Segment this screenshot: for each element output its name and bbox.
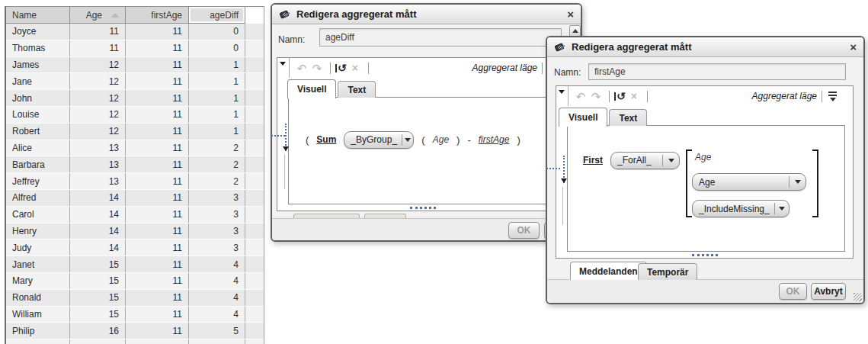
- table-cell: 11: [126, 57, 189, 73]
- reset-icon[interactable]: ↺: [614, 91, 626, 101]
- table-cell: 1: [189, 57, 245, 73]
- table-cell: 14: [70, 223, 126, 240]
- table-cell-blank: [245, 273, 264, 289]
- first-function-link[interactable]: First: [583, 155, 603, 166]
- sum-function-link[interactable]: Sum: [316, 134, 336, 145]
- tab-visual[interactable]: Visuell: [287, 79, 336, 98]
- formula-canvas[interactable]: First _ForAll_ Age Age _IncludeMissing_: [567, 125, 845, 252]
- table-cell: 4: [189, 307, 245, 323]
- dialog-titlebar[interactable]: Redigera aggregerat mått ×: [272, 5, 581, 24]
- splitter-collapse-icon[interactable]: [283, 146, 289, 151]
- table-row[interactable]: Alfred14113: [6, 190, 264, 207]
- table-cell: 13: [70, 156, 126, 172]
- table-row[interactable]: Philip16115: [6, 323, 264, 339]
- table-row[interactable]: James12111: [6, 57, 264, 74]
- undo-icon[interactable]: ↶: [574, 91, 588, 102]
- tab-text[interactable]: Text: [609, 109, 647, 126]
- table-row[interactable]: Carol14113: [6, 207, 264, 223]
- formula-arg: Age: [433, 134, 449, 145]
- close-icon[interactable]: ×: [567, 8, 574, 20]
- bygroup-dropdown[interactable]: _ByGroup_: [344, 131, 414, 149]
- table-cell: 4: [189, 256, 245, 272]
- table-cell-blank: [245, 190, 264, 206]
- splitter-collapse-icon[interactable]: [561, 178, 567, 183]
- redo-icon[interactable]: ↷: [589, 91, 603, 102]
- table-row[interactable]: William15114: [6, 307, 264, 323]
- edit-measure-icon: [554, 41, 565, 53]
- measure-name-input[interactable]: [319, 28, 562, 47]
- forall-dropdown[interactable]: _ForAll_: [610, 152, 680, 169]
- table-row[interactable]: [6, 339, 264, 344]
- table-cell: 3: [189, 240, 245, 256]
- column-header-age[interactable]: Age: [70, 7, 126, 24]
- undo-icon[interactable]: ↶: [295, 63, 309, 74]
- column-header-name[interactable]: Name: [6, 7, 70, 24]
- table-cell: 1: [189, 124, 245, 140]
- cancel-button[interactable]: Avbryt: [811, 283, 846, 300]
- delete-icon[interactable]: ×: [348, 63, 362, 73]
- column-header-agediff[interactable]: ageDiff: [189, 7, 245, 24]
- table-row[interactable]: Thomas11110: [6, 40, 264, 57]
- tab-temporary[interactable]: Temporär: [638, 263, 697, 280]
- table-row[interactable]: Joyce11110: [6, 24, 264, 40]
- table-cell-blank: [245, 156, 264, 172]
- panel-collapse-icon[interactable]: [280, 62, 286, 66]
- editor-tabs: Visuell Text: [287, 79, 377, 98]
- dialog-titlebar[interactable]: Redigera aggregerat mått ×: [547, 37, 863, 57]
- table-row[interactable]: Louise12111: [6, 107, 264, 124]
- table-cell: 11: [126, 256, 189, 272]
- scroll-up-button[interactable]: [569, 25, 581, 37]
- delete-icon[interactable]: ×: [627, 91, 641, 101]
- panel-collapse-icon[interactable]: [559, 90, 565, 94]
- table-cell: Robert: [6, 124, 70, 140]
- table-cell: Henry: [6, 223, 70, 240]
- tab-text[interactable]: Text: [338, 81, 376, 98]
- table-row[interactable]: John12111: [6, 90, 264, 107]
- aggregated-mode-label: Aggregerat läge: [752, 91, 817, 101]
- table-cell: William: [6, 307, 70, 323]
- table-cell: 11: [126, 207, 189, 223]
- table-cell-blank: [245, 107, 264, 123]
- table-row[interactable]: Jane12111: [6, 73, 264, 90]
- age-dropdown[interactable]: Age: [692, 173, 806, 191]
- table-row[interactable]: Ronald15114: [6, 290, 264, 307]
- redo-icon[interactable]: ↷: [310, 63, 324, 74]
- table-cell: 11: [126, 273, 189, 289]
- ok-button[interactable]: OK: [779, 283, 807, 300]
- table-row[interactable]: Mary15114: [6, 273, 264, 290]
- resize-grip[interactable]: [854, 293, 862, 301]
- divider: [568, 86, 569, 106]
- table-row[interactable]: Alice13112: [6, 140, 264, 157]
- table-cell: 3: [189, 223, 245, 240]
- ok-button[interactable]: OK: [508, 222, 540, 239]
- table-cell: 15: [70, 307, 126, 323]
- table-row[interactable]: Barbara13112: [6, 156, 264, 173]
- formula-minus-operator: -: [467, 134, 470, 146]
- table-cell-blank: [245, 223, 264, 240]
- measure-name-input[interactable]: [588, 63, 846, 80]
- firstage-operand-link[interactable]: firstAge: [479, 134, 510, 145]
- tab-visual[interactable]: Visuell: [559, 108, 607, 127]
- reset-icon[interactable]: ↺: [335, 63, 347, 73]
- splitter-handle[interactable]: [692, 254, 718, 256]
- table-row[interactable]: Henry14113: [6, 223, 264, 240]
- table-cell-blank: [245, 290, 264, 306]
- splitter-dots-horizontal[interactable]: [271, 135, 285, 137]
- table-row[interactable]: Judy14113: [6, 240, 264, 256]
- edit-measure-icon: [279, 8, 290, 20]
- column-header-firstage[interactable]: firstAge: [126, 7, 189, 24]
- table-row[interactable]: Janet15114: [6, 256, 264, 273]
- table-cell-blank: [245, 24, 264, 40]
- table-cell: 13: [70, 140, 126, 156]
- table-row[interactable]: Jeffrey13112: [6, 173, 264, 190]
- formula-canvas[interactable]: ( Sum _ByGroup_ ( Age ) - firstAge ): [288, 97, 560, 204]
- splitter-dots-horizontal[interactable]: [546, 168, 560, 169]
- table-cell-blank: [245, 40, 264, 56]
- splitter-handle[interactable]: [410, 207, 436, 209]
- tab-messages[interactable]: Meddelanden: [570, 262, 647, 280]
- close-icon[interactable]: ×: [850, 41, 857, 53]
- table-header-row: NameAgefirstAgeageDiff: [6, 7, 264, 24]
- include-missing-dropdown[interactable]: _IncludeMissing_: [692, 200, 790, 217]
- options-menu-icon[interactable]: [828, 92, 837, 101]
- table-row[interactable]: Robert12111: [6, 124, 264, 140]
